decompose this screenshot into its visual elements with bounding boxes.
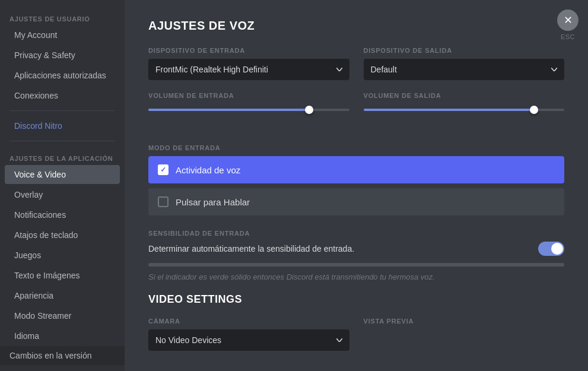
sensibility-section: SENSIBILIDAD DE ENTRADA Determinar autom… <box>148 230 564 281</box>
sidebar-item-privacy-safety[interactable]: Privacy & Safety <box>5 46 120 65</box>
app-settings-section-label: AJUSTES DE LA APLICACIÓN <box>0 145 125 164</box>
output-volume-label: VOLUMEN DE SALIDA <box>364 92 565 99</box>
input-volume-thumb[interactable] <box>305 106 313 114</box>
sidebar: AJUSTES DE USUARIO My Account Privacy & … <box>0 0 125 371</box>
input-device-label: DISPOSITIVO DE ENTRADA <box>148 47 349 54</box>
input-mode-section: MODO DE ENTRADA Actividad de voz Pulsar … <box>148 144 564 215</box>
output-volume-col: VOLUMEN DE SALIDA <box>364 92 565 116</box>
page-title: AJUSTES DE VOZ <box>148 19 564 33</box>
preview-label: VISTA PREVIA <box>364 318 565 325</box>
sensibility-bar <box>148 263 564 267</box>
sidebar-item-discord-nitro[interactable]: Discord Nitro <box>5 116 120 135</box>
output-device-label: DISPOSITIVO DE SALIDA <box>364 47 565 54</box>
sidebar-item-text-images[interactable]: Texto e Imágenes <box>5 266 120 285</box>
sensibility-toggle[interactable] <box>538 242 564 256</box>
preview-col: VISTA PREVIA <box>364 318 565 351</box>
input-volume-label: VOLUMEN DE ENTRADA <box>148 92 349 99</box>
sidebar-changelog[interactable]: Cambios en la versión <box>0 346 125 365</box>
camera-row: CÁMARA No Video Devices VISTA PREVIA <box>148 318 564 351</box>
sidebar-item-my-account[interactable]: My Account <box>5 26 120 45</box>
input-mode-label: MODO DE ENTRADA <box>148 144 564 151</box>
voice-activity-checkbox <box>158 164 169 175</box>
sidebar-item-notifications[interactable]: Notificaciones <box>5 205 120 224</box>
sidebar-item-streamer-mode[interactable]: Modo Streamer <box>5 306 120 325</box>
close-label: ESC <box>561 33 575 40</box>
sensibility-auto-row: Determinar automáticamente la sensibilid… <box>148 242 564 256</box>
user-settings-section-label: AJUSTES DE USUARIO <box>0 6 125 25</box>
voice-activity-text: Actividad de voz <box>176 165 240 175</box>
sidebar-item-connections[interactable]: Conexiones <box>5 86 120 105</box>
video-section-title: VIDEO SETTINGS <box>148 293 564 306</box>
sidebar-divider-2 <box>9 141 115 141</box>
input-device-select[interactable]: FrontMic (Realtek High Definiti <box>148 59 349 80</box>
input-volume-fill <box>148 109 309 111</box>
sidebar-item-overlay[interactable]: Overlay <box>5 185 120 204</box>
output-volume-track <box>364 109 565 111</box>
input-device-col: DISPOSITIVO DE ENTRADA FrontMic (Realtek… <box>148 47 349 80</box>
camera-label: CÁMARA <box>148 318 349 325</box>
output-volume-thumb[interactable] <box>530 106 538 114</box>
sensibility-auto-text: Determinar automáticamente la sensibilid… <box>148 244 354 253</box>
output-volume-slider[interactable] <box>364 104 565 116</box>
push-to-talk-text: Pulsar para Hablar <box>176 197 250 207</box>
camera-col: CÁMARA No Video Devices <box>148 318 349 351</box>
sensibility-hint: Si el indicador es verde sólido entonces… <box>148 272 564 281</box>
camera-select[interactable]: No Video Devices <box>148 329 349 351</box>
sidebar-item-appearance[interactable]: Apariencia <box>5 286 120 305</box>
output-device-col: DISPOSITIVO DE SALIDA Default <box>364 47 565 80</box>
toggle-knob <box>551 243 563 255</box>
input-volume-col: VOLUMEN DE ENTRADA <box>148 92 349 116</box>
sidebar-item-authorized-apps[interactable]: Aplicaciones autorizadas <box>5 66 120 85</box>
sidebar-item-voice-video[interactable]: Voice & Video <box>5 165 120 184</box>
sidebar-item-language[interactable]: Idioma <box>5 326 120 345</box>
main-content: ✕ ESC AJUSTES DE VOZ DISPOSITIVO DE ENTR… <box>125 0 588 371</box>
sidebar-item-keybinds[interactable]: Atajos de teclado <box>5 226 120 245</box>
devices-row: DISPOSITIVO DE ENTRADA FrontMic (Realtek… <box>148 47 564 80</box>
sidebar-divider-1 <box>9 110 115 111</box>
output-device-select[interactable]: Default <box>364 59 565 80</box>
close-button[interactable]: ✕ <box>557 9 579 31</box>
sidebar-item-games[interactable]: Juegos <box>5 246 120 265</box>
push-to-talk-option[interactable]: Pulsar para Hablar <box>148 188 564 215</box>
voice-activity-option[interactable]: Actividad de voz <box>148 156 564 183</box>
input-volume-track <box>148 109 349 111</box>
push-to-talk-checkbox <box>158 196 169 207</box>
input-volume-slider[interactable] <box>148 104 349 116</box>
output-volume-fill <box>364 109 535 111</box>
volume-row: VOLUMEN DE ENTRADA VOLUMEN DE SALIDA <box>148 92 564 132</box>
sensibility-label: SENSIBILIDAD DE ENTRADA <box>148 230 564 237</box>
